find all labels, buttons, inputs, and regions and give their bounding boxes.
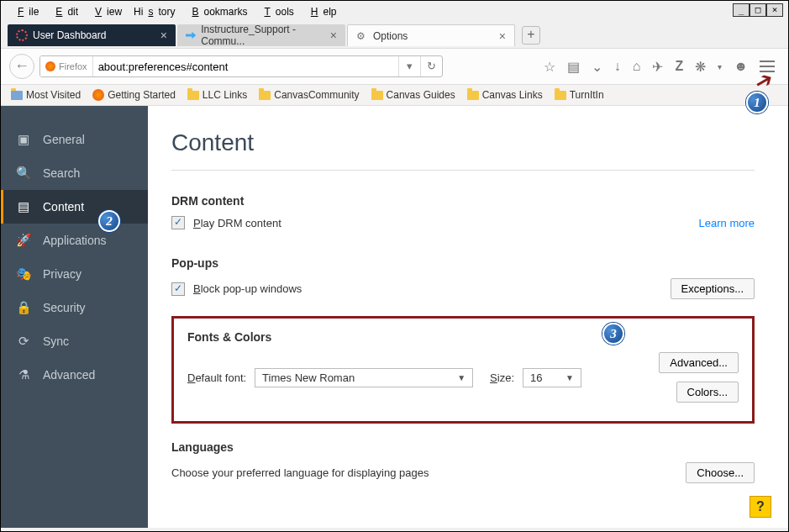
tab-strip: User Dashboard × Instructure_Support - C… [1,23,788,48]
sidebar-label: Search [43,166,80,180]
url-input[interactable] [93,56,398,76]
content-icon: ▤ [16,199,31,214]
default-font-select[interactable]: Times New Roman ▼ [255,368,473,387]
tab-icon [16,29,28,41]
sidebar-label: Content [43,200,84,213]
tab-instructure[interactable]: Instructure_Support - Commu... × [177,24,345,46]
choose-language-button[interactable]: Choose... [686,462,755,483]
help-button[interactable]: ? [750,496,771,518]
sidebar-item-privacy[interactable]: 🎭Privacy [1,257,148,291]
brand-label: Firefox [59,61,87,71]
bookmark-canvas-links[interactable]: Canvas Links [467,89,543,101]
identity-box[interactable]: Firefox [40,56,93,76]
bookmarks-toolbar: Most Visited Getting Started LLC Links C… [1,85,788,106]
sidebar-item-search[interactable]: 🔍Search [1,156,148,190]
menu-history[interactable]: History [129,4,180,19]
popups-section-title: Pop-ups [171,256,755,270]
home-icon[interactable]: ⌂ [633,59,641,74]
close-tab-icon[interactable]: × [160,29,167,42]
chevron-down-icon: ▼ [457,373,466,382]
drop-icon[interactable]: ▾ [718,62,722,71]
reader-icon[interactable]: ▤ [567,59,580,75]
languages-section-title: Languages [171,440,755,454]
bookmark-turnitin[interactable]: TurnItIn [555,89,604,101]
main-area: ▣General 🔍Search ▤Content 🚀Applications … [1,106,788,528]
block-popups-label: Block pop-up windows [193,282,302,295]
url-dropdown-icon[interactable]: ▾ [398,56,420,76]
sidebar-label: Privacy [43,267,82,281]
font-size-select[interactable]: 16 ▼ [523,368,581,387]
menu-edit[interactable]: Edit [45,4,83,19]
menu-help[interactable]: Help [301,4,342,19]
send-icon[interactable]: ✈ [652,59,663,75]
play-drm-checkbox[interactable]: ✓ [171,216,185,229]
applications-icon: 🚀 [16,233,31,248]
exceptions-button[interactable]: Exceptions... [671,278,755,299]
menu-file[interactable]: File [8,4,44,19]
firefox-icon [45,61,55,71]
languages-desc: Choose your preferred language for displ… [171,466,429,479]
close-tab-icon[interactable]: × [499,29,506,43]
divider [171,170,755,171]
nav-toolbar: ← Firefox ▾ ↻ ☆ ▤ ⌄ ↓ ⌂ ✈ Z ❋ ▾ ☻ [1,48,788,85]
sidebar-label: Advanced [43,368,95,382]
sidebar-label: Security [43,301,86,314]
sidebar-item-security[interactable]: 🔒Security [1,291,148,324]
window-controls: _ □ × [733,3,783,17]
bookmark-most-visited[interactable]: Most Visited [11,89,81,101]
minimize-button[interactable]: _ [733,3,750,17]
advanced-button[interactable]: Advanced... [659,352,739,373]
close-button[interactable]: × [766,3,783,17]
back-button[interactable]: ← [9,54,34,79]
menu-view[interactable]: View [85,4,127,19]
bookmark-label: Most Visited [26,89,81,101]
tab-label: User Dashboard [33,29,106,41]
sync-icon: ⟳ [16,334,31,349]
sidebar-item-sync[interactable]: ⟳Sync [1,324,148,358]
maximize-button[interactable]: □ [750,3,766,17]
star-icon[interactable]: ☆ [544,59,555,75]
bookmark-canvas-community[interactable]: CanvasCommunity [259,89,359,101]
sidebar-item-general[interactable]: ▣General [1,123,148,156]
menu-tools[interactable]: Tools [254,4,298,19]
close-tab-icon[interactable]: × [330,29,337,42]
tab-icon [186,29,196,41]
tab-user-dashboard[interactable]: User Dashboard × [8,24,176,46]
downloads-icon[interactable]: ↓ [614,59,621,74]
tab-options[interactable]: ⚙ Options × [347,24,515,46]
drm-section-title: DRM content [171,194,755,208]
bookmark-canvas-guides[interactable]: Canvas Guides [371,89,455,101]
bookmark-label: TurnItIn [570,89,604,101]
pocket-icon[interactable]: ⌄ [592,59,602,75]
gear-icon: ⚙ [356,30,368,42]
menu-bookmarks[interactable]: Bookmarks [181,4,252,19]
chat-icon[interactable]: ☻ [734,59,748,74]
annotation-badge-2: 2 [98,210,120,232]
chevron-down-icon: ▼ [565,373,574,382]
colors-button[interactable]: Colors... [676,382,739,403]
annotation-badge-1: 1 [746,92,768,113]
block-popups-checkbox[interactable]: ✓ [171,282,185,296]
folder-icon [467,91,479,100]
bookmark-getting-started[interactable]: Getting Started [92,89,176,101]
sidebar-item-applications[interactable]: 🚀Applications [1,224,148,257]
bookmark-llc-links[interactable]: LLC Links [187,89,247,101]
z-icon[interactable]: Z [675,59,683,74]
fonts-colors-section: Fonts & Colors Default font: Times New R… [171,316,755,424]
sidebar-item-content[interactable]: ▤Content [1,190,148,224]
reload-icon[interactable]: ↻ [420,56,442,76]
new-tab-button[interactable]: + [522,26,540,45]
default-font-label: Default font: [187,371,246,384]
sidebar-item-advanced[interactable]: ⚗Advanced [1,358,148,392]
url-bar: Firefox ▾ ↻ [39,55,443,77]
fonts-section-title: Fonts & Colors [187,330,739,344]
bookmark-label: Getting Started [108,89,176,101]
folder-icon [371,91,383,100]
tool-icon[interactable]: ❋ [695,59,706,75]
toolbar-icons: ☆ ▤ ⌄ ↓ ⌂ ✈ Z ❋ ▾ ☻ [544,59,780,75]
sidebar-label: General [43,133,85,146]
size-label: Size: [490,371,514,384]
lock-icon: 🔒 [16,300,31,315]
learn-more-link[interactable]: Learn more [699,217,755,229]
folder-icon [555,91,566,100]
